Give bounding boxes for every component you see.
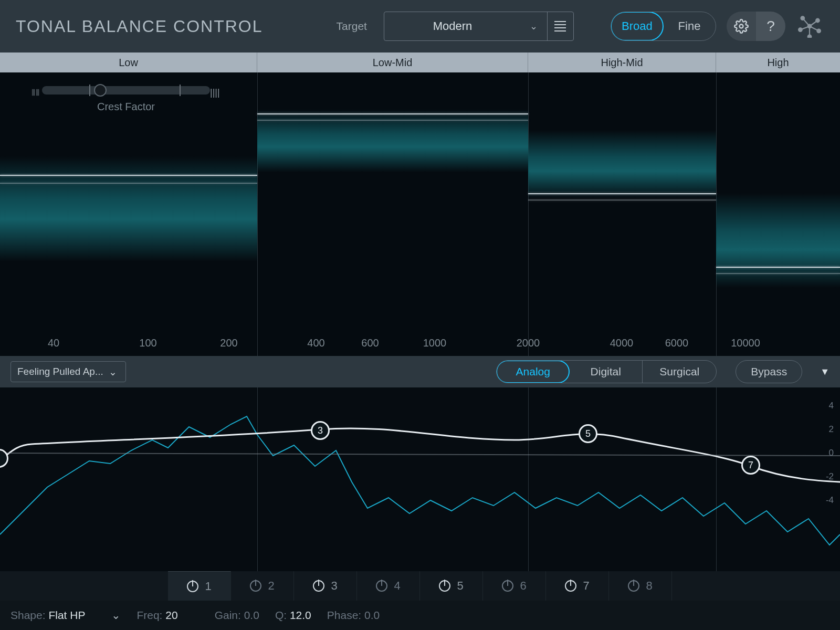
power-icon[interactable] (250, 580, 261, 592)
fine-button[interactable]: Fine (663, 12, 716, 40)
target-label: Target (337, 20, 367, 33)
eq-band-tabs: 1 2 3 4 5 6 7 8 (0, 571, 840, 601)
broad-button[interactable]: Broad (611, 12, 664, 41)
view-mode-group: Broad Fine (611, 12, 716, 41)
band-tab-5[interactable]: 5 (420, 571, 483, 601)
crest-label: Crest Factor (16, 101, 236, 113)
freq-param[interactable]: Freq: 20 (136, 609, 177, 622)
eq-curve (0, 387, 840, 571)
db-tick: -2 (826, 471, 834, 482)
freq-tick: 100 (139, 337, 156, 349)
db-tick: 2 (829, 424, 834, 435)
mode-surgical[interactable]: Surgical (643, 361, 716, 383)
crest-slider[interactable] (42, 86, 210, 94)
band-headers: Low Low-Mid High-Mid High (0, 52, 840, 72)
band-tab-6[interactable]: 6 (483, 571, 546, 601)
svg-point-0 (740, 25, 743, 28)
band-header-lowmid: Low-Mid (257, 52, 528, 72)
chevron-down-icon: ⌄ (111, 609, 121, 622)
track-name: Feeling Pulled Ap... (17, 366, 103, 377)
shape-select[interactable]: Shape: Flat HP ⌄ (10, 609, 121, 622)
eq-node-5[interactable]: 5 (579, 424, 597, 443)
gear-icon (734, 19, 749, 34)
db-tick: 0 (829, 448, 834, 458)
freq-tick: 1000 (423, 337, 447, 349)
mode-analog[interactable]: Analog (496, 360, 570, 383)
power-icon[interactable] (313, 580, 324, 592)
track-select[interactable]: Feeling Pulled Ap... ⌄ (10, 361, 126, 382)
freq-tick: 10000 (731, 337, 760, 349)
power-icon[interactable] (502, 580, 513, 592)
help-button[interactable]: ? (756, 12, 785, 41)
eq-node-7[interactable]: 7 (741, 456, 760, 475)
gain-param[interactable]: Gain: 0.0 (215, 609, 259, 622)
app-header: TONAL BALANCE CONTROL Target Modern ⌄ Br… (0, 0, 840, 52)
freq-tick: 2000 (517, 337, 540, 349)
help-icon: ? (766, 18, 775, 35)
band-tab-8[interactable]: 8 (609, 571, 672, 601)
power-icon[interactable] (628, 580, 639, 592)
freq-tick: 400 (307, 337, 324, 349)
target-select[interactable]: Modern ⌄ (384, 12, 574, 41)
band-tab-2[interactable]: 2 (231, 571, 294, 601)
svg-point-11 (799, 28, 802, 32)
target-list-icon[interactable] (547, 12, 573, 41)
brand-logo (795, 12, 824, 41)
svg-point-5 (816, 19, 820, 23)
power-icon[interactable] (376, 580, 387, 592)
target-value: Modern (384, 19, 521, 33)
phase-param[interactable]: Phase: 0.0 (327, 609, 380, 622)
db-tick: -4 (826, 495, 834, 506)
db-tick: 4 (829, 401, 834, 411)
zone-lowmid (257, 109, 528, 172)
collapse-icon[interactable]: ▼ (820, 366, 830, 377)
svg-point-9 (808, 35, 812, 38)
band-tab-7[interactable]: 7 (546, 571, 609, 601)
freq-tick: 200 (220, 337, 237, 349)
freq-tick: 6000 (665, 337, 689, 349)
band-header-highmid: High-Mid (528, 52, 716, 72)
chevron-down-icon[interactable]: ⌄ (521, 20, 547, 32)
settings-button[interactable] (727, 12, 756, 41)
logo-icon (798, 15, 821, 38)
balance-display: ⦀⦀ |||| Crest Factor 40 100 200 400 600 … (0, 72, 840, 356)
power-icon[interactable] (439, 580, 450, 592)
chevron-down-icon: ⌄ (109, 366, 117, 378)
zone-low (0, 156, 257, 261)
freq-axis: 40 100 200 400 600 1000 2000 4000 6000 1… (0, 337, 840, 351)
param-bar: Shape: Flat HP ⌄ Freq: 20 Gain: 0.0 Q: 1… (0, 601, 840, 630)
band-header-high: High (716, 52, 840, 72)
app-title: TONAL BALANCE CONTROL (16, 17, 263, 36)
svg-point-3 (801, 16, 805, 20)
eq-mode-group: Analog Digital Surgical (496, 360, 717, 383)
eq-toolbar: Feeling Pulled Ap... ⌄ Analog Digital Su… (0, 356, 840, 387)
q-param[interactable]: Q: 12.0 (275, 609, 311, 622)
bypass-button[interactable]: Bypass (736, 360, 802, 383)
band-tab-4[interactable]: 4 (357, 571, 420, 601)
eq-node-3[interactable]: 3 (311, 421, 330, 440)
band-tab-3[interactable]: 3 (294, 571, 357, 601)
band-tab-1[interactable]: 1 (168, 571, 231, 601)
svg-point-7 (817, 29, 821, 33)
crest-factor-control: Crest Factor (16, 86, 236, 113)
freq-tick: 40 (48, 337, 59, 349)
freq-tick: 4000 (610, 337, 634, 349)
mode-digital[interactable]: Digital (569, 361, 643, 383)
power-icon[interactable] (187, 581, 198, 592)
band-header-low: Low (0, 52, 257, 72)
freq-tick: 600 (361, 337, 379, 349)
zone-highmid (528, 130, 716, 198)
crest-knob[interactable] (94, 84, 107, 97)
eq-graph[interactable]: 3 5 7 4 2 0 -2 -4 (0, 387, 840, 571)
power-icon[interactable] (565, 580, 576, 592)
